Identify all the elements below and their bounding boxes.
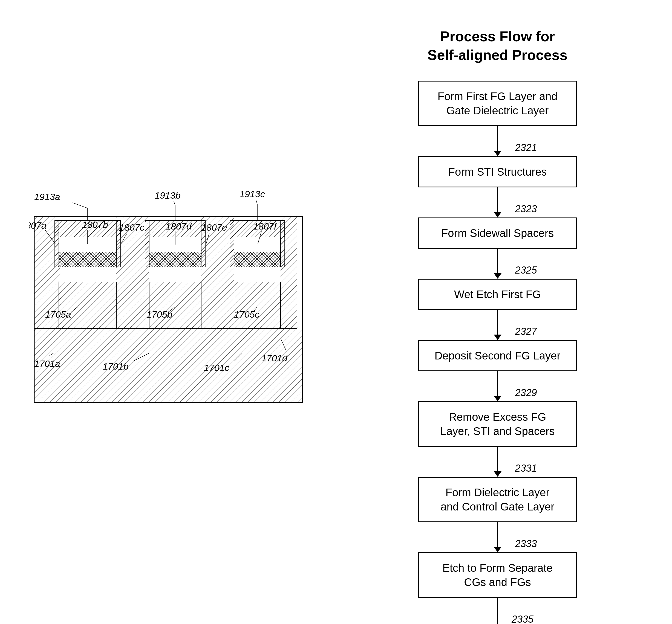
svg-marker-9 bbox=[116, 216, 149, 329]
flow-title: Process Flow for Self-aligned Process bbox=[428, 27, 568, 64]
step6-ref: 2331 bbox=[515, 463, 537, 474]
svg-text:1701b: 1701b bbox=[103, 361, 129, 371]
step7-label: Form Dielectric Layerand Control Gate La… bbox=[441, 486, 554, 513]
flow-arrow-4: 2327 bbox=[494, 310, 501, 340]
svg-text:1913a: 1913a bbox=[34, 191, 60, 202]
step2-label: Form STI Structures bbox=[448, 166, 547, 178]
arrow-line-1 bbox=[497, 126, 498, 151]
flow-box-step8: Etch to Form SeparateCGs and FGs bbox=[418, 552, 577, 598]
diagram-section: 1913a 1913b 1913c 1807a 1807b 1807c bbox=[22, 17, 323, 607]
diagram-wrapper: 1913a 1913b 1913c 1807a 1807b 1807c bbox=[29, 175, 316, 504]
svg-text:1807c: 1807c bbox=[119, 222, 145, 233]
svg-line-50 bbox=[256, 200, 257, 204]
svg-line-47 bbox=[174, 201, 175, 205]
flow-arrow-6: 2331 bbox=[494, 447, 501, 477]
svg-marker-39 bbox=[280, 220, 285, 267]
svg-rect-6 bbox=[34, 326, 302, 402]
svg-rect-16 bbox=[149, 282, 201, 329]
svg-marker-28 bbox=[55, 220, 59, 267]
svg-text:1913c: 1913c bbox=[240, 189, 265, 199]
arrow-line-8 bbox=[497, 598, 498, 624]
step1-label: Form First FG Layer andGate Dielectric L… bbox=[438, 90, 557, 116]
flow-box-step5: Deposit Second FG Layer bbox=[418, 340, 577, 371]
svg-rect-20 bbox=[234, 282, 280, 329]
flow-arrow-1: 2321 bbox=[494, 126, 501, 156]
flow-arrow-3: 2325 bbox=[494, 249, 501, 279]
arrow-head-7 bbox=[494, 547, 501, 552]
svg-text:1701a: 1701a bbox=[34, 358, 60, 369]
arrow-head-4 bbox=[494, 335, 501, 340]
step3-label: Form Sidewall Spacers bbox=[441, 227, 554, 239]
svg-rect-35 bbox=[234, 252, 280, 267]
svg-marker-33 bbox=[145, 220, 149, 267]
arrow-line-6 bbox=[497, 447, 498, 471]
cross-section-diagram: 1913a 1913b 1913c 1807a 1807b 1807c bbox=[29, 175, 316, 421]
flow-box-step1: Form First FG Layer andGate Dielectric L… bbox=[418, 81, 577, 126]
svg-marker-10 bbox=[201, 216, 234, 329]
svg-text:1705c: 1705c bbox=[234, 309, 259, 319]
flow-arrow-5: 2329 bbox=[494, 371, 501, 401]
svg-text:1701d: 1701d bbox=[262, 353, 288, 363]
arrow-head-3 bbox=[494, 273, 501, 279]
title-line2: Self-aligned Process bbox=[428, 47, 568, 63]
page-container: 1913a 1913b 1913c 1807a 1807b 1807c bbox=[0, 0, 672, 624]
step5-ref: 2329 bbox=[515, 387, 537, 398]
svg-line-44 bbox=[73, 203, 88, 208]
flow-container: Form First FG Layer andGate Dielectric L… bbox=[418, 81, 577, 624]
step5-label: Deposit Second FG Layer bbox=[434, 349, 560, 362]
svg-text:1807d: 1807d bbox=[166, 221, 192, 231]
step4-label: Wet Etch First FG bbox=[454, 288, 541, 301]
arrow-line-7 bbox=[497, 522, 498, 547]
arrow-line-2 bbox=[497, 187, 498, 212]
svg-rect-36 bbox=[234, 237, 280, 252]
flow-arrow-8: 2335 bbox=[497, 598, 498, 624]
svg-rect-12 bbox=[59, 282, 116, 329]
step1-ref: 2321 bbox=[515, 142, 537, 154]
arrow-head-6 bbox=[494, 471, 501, 477]
arrow-line-5 bbox=[497, 371, 498, 396]
arrow-head-5 bbox=[494, 396, 501, 401]
step6-label: Remove Excess FGLayer, STI and Spacers bbox=[440, 411, 554, 437]
flow-section: Process Flow for Self-aligned Process Fo… bbox=[345, 17, 650, 607]
svg-rect-30 bbox=[149, 252, 201, 267]
svg-rect-25 bbox=[59, 252, 116, 267]
flow-box-step6: Remove Excess FGLayer, STI and Spacers bbox=[418, 401, 577, 447]
arrow-head-1 bbox=[494, 151, 501, 156]
svg-marker-38 bbox=[230, 220, 234, 267]
svg-text:1705b: 1705b bbox=[146, 309, 172, 319]
svg-text:1807f: 1807f bbox=[253, 221, 278, 231]
svg-text:1701c: 1701c bbox=[204, 362, 229, 373]
flow-arrow-2: 2323 bbox=[494, 187, 501, 217]
step7-ref: 2333 bbox=[515, 538, 537, 550]
flow-arrow-7: 2333 bbox=[494, 522, 501, 552]
flow-box-step4: Wet Etch First FG bbox=[418, 279, 577, 310]
flow-box-step7: Form Dielectric Layerand Control Gate La… bbox=[418, 477, 577, 522]
flow-box-step2: Form STI Structures bbox=[418, 156, 577, 187]
svg-text:1913b: 1913b bbox=[155, 190, 181, 201]
step8-label: Etch to Form SeparateCGs and FGs bbox=[442, 562, 552, 588]
svg-text:1807b: 1807b bbox=[82, 219, 108, 230]
svg-text:1705a: 1705a bbox=[45, 309, 71, 319]
step4-ref: 2327 bbox=[515, 326, 537, 337]
flow-box-step3: Form Sidewall Spacers bbox=[418, 217, 577, 249]
title-line1: Process Flow for bbox=[440, 28, 555, 44]
svg-text:1807a: 1807a bbox=[29, 220, 47, 231]
arrow-line-3 bbox=[497, 249, 498, 273]
step8-ref: 2335 bbox=[512, 614, 533, 624]
arrow-head-2 bbox=[494, 212, 501, 217]
step3-ref: 2325 bbox=[515, 264, 537, 276]
arrow-line-4 bbox=[497, 310, 498, 335]
svg-text:1807e: 1807e bbox=[201, 222, 227, 233]
step2-ref: 2323 bbox=[515, 203, 537, 215]
